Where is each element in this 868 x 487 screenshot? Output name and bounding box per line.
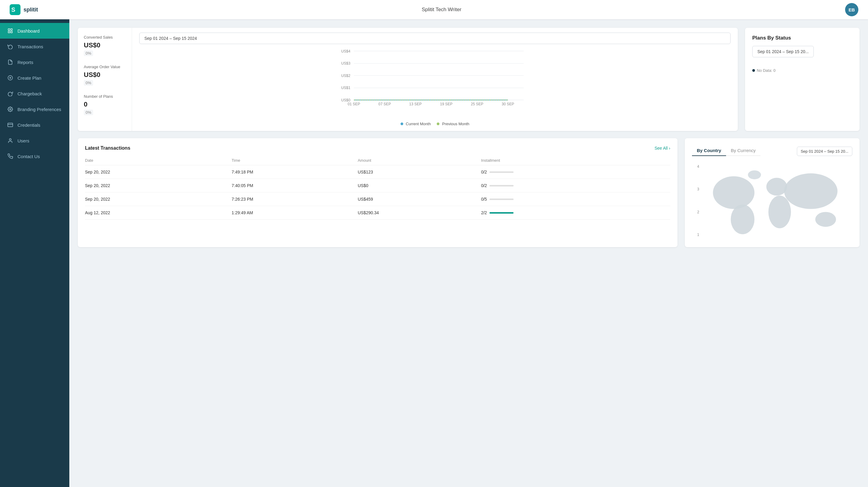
tab-by-currency[interactable]: By Currency	[726, 145, 761, 156]
table-body: Sep 20, 2022 7:49:18 PM US$123 0/2 Sep 2…	[85, 165, 670, 220]
settings-icon	[7, 106, 13, 112]
grid-icon	[7, 28, 13, 34]
logo-area: S splitit	[10, 4, 38, 15]
svg-point-33	[784, 173, 838, 209]
file-icon	[7, 59, 13, 65]
svg-text:01 SEP: 01 SEP	[347, 102, 360, 106]
transactions-card: Latest Transactions See All › Date Time …	[78, 138, 678, 247]
converted-sales-label: Converted Sales	[84, 35, 126, 39]
sidebar-label-credentials: Credentials	[18, 122, 40, 127]
svg-point-35	[748, 170, 761, 179]
svg-text:US$3: US$3	[341, 61, 350, 65]
main-content: Converted Sales US$0 0% Average Order Va…	[69, 19, 868, 487]
svg-point-9	[10, 109, 11, 110]
sidebar-label-dashboard: Dashboard	[18, 28, 39, 33]
sidebar-item-reports[interactable]: Reports	[0, 54, 69, 70]
cell-time: 7:40:05 PM	[232, 179, 358, 193]
cell-installment: 0/5	[481, 193, 670, 206]
sidebar-item-chargeback[interactable]: Chargeback	[0, 86, 69, 102]
cell-date: Aug 12, 2022	[85, 206, 232, 220]
col-time: Time	[232, 156, 358, 165]
svg-rect-3	[11, 29, 12, 30]
world-map-svg	[704, 165, 852, 239]
credit-card-icon	[7, 122, 13, 128]
svg-point-34	[815, 212, 836, 227]
converted-sales-pct: 0%	[84, 50, 93, 56]
legend-previous: Previous Month	[437, 122, 469, 126]
cell-amount: US$0	[358, 179, 481, 193]
cell-amount: US$290.34	[358, 206, 481, 220]
chart-date-picker[interactable]: Sep 01 2024 – Sep 15 2024	[139, 33, 731, 44]
logo-text: splitit	[24, 7, 38, 13]
sidebar-item-branding[interactable]: Branding Preferences	[0, 102, 69, 117]
table-row: Sep 20, 2022 7:26:23 PM US$459 0/5	[85, 193, 670, 206]
see-all-link[interactable]: See All ›	[655, 146, 670, 150]
installment-progress	[490, 185, 514, 187]
header-title: Splitit Tech Writer	[422, 7, 461, 13]
cell-installment: 0/2	[481, 179, 670, 193]
dashboard-bottom: Latest Transactions See All › Date Time …	[78, 138, 860, 247]
sidebar-item-credentials[interactable]: Credentials	[0, 117, 69, 133]
previous-month-dot	[437, 122, 439, 125]
converted-sales-value: US$0	[84, 41, 126, 49]
svg-point-31	[767, 178, 787, 196]
avg-order-value: US$0	[84, 71, 126, 79]
table-row: Sep 20, 2022 7:40:05 PM US$0 0/2	[85, 179, 670, 193]
sidebar-label-branding: Branding Preferences	[18, 107, 61, 112]
cell-amount: US$123	[358, 165, 481, 179]
svg-rect-2	[8, 29, 10, 30]
table-header: Date Time Amount Installment	[85, 156, 670, 165]
chart-legend: Current Month Previous Month	[139, 122, 731, 126]
installment-progress	[490, 212, 514, 213]
sidebar-item-create-plan[interactable]: Create Plan	[0, 70, 69, 86]
table-row: Sep 20, 2022 7:49:18 PM US$123 0/2	[85, 165, 670, 179]
world-map	[704, 165, 852, 240]
tab-by-country[interactable]: By Country	[692, 145, 726, 156]
svg-text:13 SEP: 13 SEP	[409, 102, 422, 106]
avg-order-stat: Average Order Value US$0 0%	[84, 64, 126, 86]
sidebar-label-contact: Contact Us	[18, 154, 40, 159]
table-row: Aug 12, 2022 1:29:49 AM US$290.34 2/2	[85, 206, 670, 220]
cell-date: Sep 20, 2022	[85, 193, 232, 206]
num-plans-stat: Number of Plans 0 0%	[84, 94, 126, 115]
chart-svg-wrapper: US$4 US$3 US$2 US$1 US$0	[139, 48, 731, 119]
col-date: Date	[85, 156, 232, 165]
sidebar-label-users: Users	[18, 138, 29, 143]
col-installment: Installment	[481, 156, 670, 165]
sidebar-label-transactions: Transactions	[18, 44, 43, 49]
svg-text:US$4: US$4	[341, 49, 350, 53]
installment-progress	[490, 171, 514, 173]
sidebar-item-users[interactable]: Users	[0, 133, 69, 148]
sidebar-item-contact[interactable]: Contact Us	[0, 148, 69, 164]
no-data-dot	[752, 69, 755, 72]
legend-current: Current Month	[401, 122, 431, 126]
y-axis: 4 3 2 1	[692, 165, 699, 240]
converted-sales-stat: Converted Sales US$0 0%	[84, 35, 126, 56]
plans-date-picker[interactable]: Sep 01 2024 – Sep 15 20...	[752, 46, 814, 57]
sidebar-item-transactions[interactable]: Transactions	[0, 39, 69, 54]
plus-circle-icon	[7, 75, 13, 81]
cell-amount: US$459	[358, 193, 481, 206]
user-avatar[interactable]: EB	[845, 3, 858, 16]
map-area: 4 3 2 1	[692, 165, 852, 240]
user-icon	[7, 138, 13, 144]
num-plans-pct: 0%	[84, 110, 93, 115]
svg-text:US$2: US$2	[341, 74, 350, 78]
transactions-title: Latest Transactions	[85, 145, 130, 151]
svg-text:19 SEP: 19 SEP	[440, 102, 453, 106]
sidebar-item-dashboard[interactable]: Dashboard	[0, 23, 69, 39]
chargeback-icon	[7, 90, 13, 96]
num-plans-value: 0	[84, 101, 126, 108]
current-month-dot	[401, 122, 403, 125]
country-tabs: By Country By Currency	[692, 145, 761, 156]
svg-text:30 SEP: 30 SEP	[502, 102, 514, 106]
sidebar-label-reports: Reports	[18, 60, 33, 65]
plans-by-status-title: Plans By Status	[752, 35, 852, 41]
country-date-picker[interactable]: Sep 01 2024 – Sep 15 20...	[797, 147, 852, 156]
transactions-header: Latest Transactions See All ›	[85, 145, 670, 151]
cell-date: Sep 20, 2022	[85, 179, 232, 193]
splitit-logo: S	[10, 4, 21, 15]
cell-installment: 2/2	[481, 206, 670, 220]
cell-installment: 0/2	[481, 165, 670, 179]
country-card-header: By Country By Currency Sep 01 2024 – Sep…	[692, 145, 852, 161]
